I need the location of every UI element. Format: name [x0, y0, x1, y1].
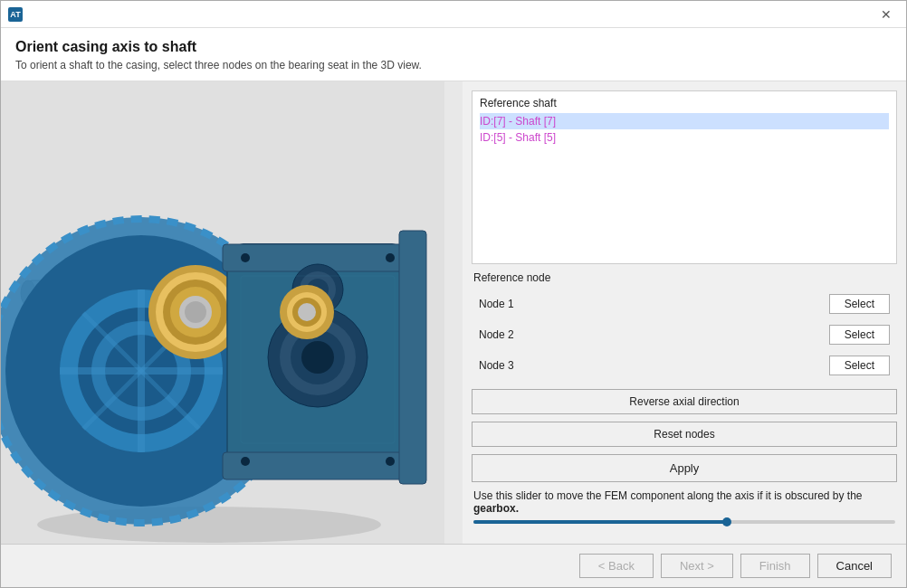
cancel-button[interactable]: Cancel: [817, 554, 892, 578]
node-2-label: Node 2: [479, 328, 829, 341]
svg-rect-25: [223, 452, 413, 479]
page-title: Orient casing axis to shaft: [15, 39, 892, 55]
page-subtitle: To orient a shaft to the casing, select …: [15, 59, 892, 71]
slider-track[interactable]: [473, 520, 895, 524]
svg-rect-26: [399, 231, 426, 484]
node-3-label: Node 3: [479, 359, 829, 372]
node-1-select-button[interactable]: Select: [829, 294, 890, 314]
slider-section: Use this slider to move the FEM componen…: [472, 489, 897, 524]
node-2-select-button[interactable]: Select: [829, 325, 890, 345]
main-content: Reference shaft ID:[7] - Shaft [7] ID:[5…: [1, 81, 906, 544]
viewport-panel: [1, 81, 463, 544]
reverse-axial-button[interactable]: Reverse axial direction: [472, 389, 897, 414]
reset-nodes-button[interactable]: Reset nodes: [472, 422, 897, 447]
node-3-select-button[interactable]: Select: [829, 356, 890, 375]
slider-description: Use this slider to move the FEM componen…: [473, 489, 895, 515]
reference-shaft-label: Reference shaft: [480, 97, 889, 109]
reference-node-label: Reference node: [472, 271, 897, 284]
svg-point-36: [241, 457, 250, 466]
shaft-item-1[interactable]: ID:[5] - Shaft [5]: [480, 129, 889, 146]
node-3-row: Node 3 Select: [472, 351, 897, 380]
main-window: AT ✕ Orient casing axis to shaft To orie…: [0, 0, 907, 588]
slider-description-bold: gearbox.: [473, 502, 519, 515]
node-2-row: Node 2 Select: [472, 320, 897, 349]
titlebar: AT ✕: [1, 1, 906, 28]
titlebar-left: AT: [8, 7, 23, 22]
back-button[interactable]: < Back: [579, 554, 654, 578]
close-button[interactable]: ✕: [874, 5, 899, 24]
apply-button[interactable]: Apply: [472, 454, 897, 482]
viewport-3d: [1, 81, 463, 544]
gearbox-3d-view: [1, 81, 444, 544]
slider-fill: [473, 520, 727, 524]
reference-node-section: Reference node Node 1 Select Node 2 Sele…: [472, 271, 897, 382]
svg-point-34: [241, 253, 250, 262]
node-1-row: Node 1 Select: [472, 289, 897, 318]
header-area: Orient casing axis to shaft To orient a …: [1, 28, 906, 81]
svg-point-30: [301, 341, 334, 374]
reference-shaft-section: Reference shaft ID:[7] - Shaft [7] ID:[5…: [472, 90, 897, 264]
svg-point-21: [185, 301, 206, 323]
svg-point-37: [386, 457, 395, 466]
shaft-list: ID:[7] - Shaft [7] ID:[5] - Shaft [5]: [480, 113, 889, 258]
right-panel: Reference shaft ID:[7] - Shaft [7] ID:[5…: [463, 81, 906, 544]
svg-point-35: [386, 253, 395, 262]
footer: < Back Next > Finish Cancel: [1, 544, 906, 587]
next-button[interactable]: Next >: [661, 554, 733, 578]
finish-button[interactable]: Finish: [740, 554, 810, 578]
shaft-item-0[interactable]: ID:[7] - Shaft [7]: [480, 113, 889, 129]
slider-thumb: [722, 517, 731, 526]
node-1-label: Node 1: [479, 298, 829, 310]
app-icon: AT: [8, 7, 23, 22]
svg-point-42: [298, 303, 316, 321]
